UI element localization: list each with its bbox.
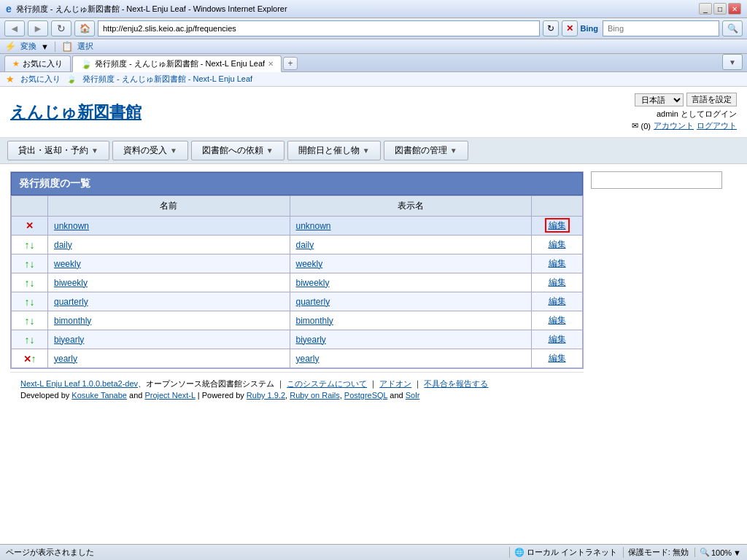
row-display-cell: bimonthly bbox=[290, 311, 532, 330]
main-content: 発行頻度の一覧 名前 表示名 ✕ unknownunknown編集 ↑↓dail… bbox=[0, 164, 747, 414]
page-header: えんじゅ新図書館 日本語 English 言語を設定 admin としてログイン… bbox=[0, 87, 747, 138]
edit-button[interactable]: 編集 bbox=[549, 239, 566, 249]
edit-button[interactable]: 編集 bbox=[549, 315, 566, 325]
ruby-link[interactable]: Ruby 1.9.2 bbox=[247, 391, 285, 400]
search-input[interactable] bbox=[603, 20, 719, 36]
edit-button[interactable]: 編集 bbox=[549, 277, 566, 287]
favorites-label[interactable]: お気に入り bbox=[20, 74, 61, 85]
edit-button[interactable]: 編集 bbox=[545, 218, 570, 233]
move-down-button[interactable]: ↓ bbox=[30, 277, 35, 289]
move-down-button[interactable]: ↓ bbox=[30, 239, 35, 251]
row-display-link[interactable]: quarterly bbox=[296, 297, 330, 307]
row-display-link[interactable]: yearly bbox=[296, 354, 320, 364]
move-up-button[interactable]: ↑ bbox=[25, 239, 30, 251]
move-up-button[interactable]: ↑ bbox=[25, 296, 30, 308]
tab-leaf-icon: 🍃 bbox=[80, 58, 92, 69]
row-actions: ↑↓ bbox=[12, 236, 48, 254]
tab-favorites[interactable]: ★ お気に入り bbox=[4, 55, 71, 71]
go-button[interactable]: ↻ bbox=[543, 20, 559, 36]
language-select[interactable]: 日本語 English bbox=[635, 93, 684, 106]
kosuke-link[interactable]: Kosuke Tanabe bbox=[71, 391, 127, 400]
row-display-link[interactable]: unknown bbox=[296, 221, 331, 231]
solr-link[interactable]: Solr bbox=[406, 391, 420, 400]
row-name-link[interactable]: weekly bbox=[54, 259, 81, 269]
row-display-link[interactable]: bimonthly bbox=[296, 316, 333, 326]
restore-button[interactable]: □ bbox=[713, 3, 727, 15]
nav-acquisition[interactable]: 資料の受入 ▼ bbox=[112, 141, 188, 160]
site-title[interactable]: えんじゅ新図書館 bbox=[10, 101, 142, 123]
tab-close-icon[interactable]: ✕ bbox=[268, 60, 274, 68]
postgresql-link[interactable]: PostgreSQL bbox=[344, 391, 388, 400]
search-input-box[interactable] bbox=[591, 171, 722, 189]
home-button[interactable]: 🏠 bbox=[74, 20, 95, 36]
row-name-link[interactable]: biweekly bbox=[54, 278, 88, 288]
col-display: 表示名 bbox=[290, 196, 532, 217]
addon-link[interactable]: アドオン bbox=[379, 379, 411, 388]
nav-lending-arrow: ▼ bbox=[91, 147, 98, 155]
minimize-button[interactable]: _ bbox=[699, 3, 712, 15]
close-button[interactable]: ✕ bbox=[728, 3, 741, 15]
stop-button[interactable]: ✕ bbox=[562, 20, 578, 36]
nav-management[interactable]: 図書館の管理 ▼ bbox=[384, 141, 468, 160]
move-down-button[interactable]: ↓ bbox=[30, 315, 35, 327]
set-language-button[interactable]: 言語を設定 bbox=[686, 93, 737, 106]
row-name-link[interactable]: biyearly bbox=[54, 335, 84, 345]
page-footer: Next-L Enju Leaf 1.0.0.beta2-dev、オープンソース… bbox=[10, 372, 584, 407]
row-name-link[interactable]: unknown bbox=[54, 221, 89, 231]
row-actions: ↑↓ bbox=[12, 330, 48, 349]
enju-leaf-link[interactable]: Next-L Enju Leaf 1.0.0.beta2-dev bbox=[20, 379, 138, 388]
fav-enju-link[interactable]: 発行頻度 - えんじゅ新図書館 - Next-L Enju Leaf bbox=[82, 74, 252, 85]
row-name-link[interactable]: yearly bbox=[54, 354, 77, 364]
move-up-button[interactable]: ↑ bbox=[25, 334, 30, 346]
row-display-link[interactable]: biweekly bbox=[296, 278, 330, 288]
row-display-link[interactable]: daily bbox=[296, 240, 314, 250]
edit-button[interactable]: 編集 bbox=[549, 334, 566, 344]
quick-tabs-button[interactable]: ▼ bbox=[722, 54, 743, 70]
nav-acquisition-arrow: ▼ bbox=[170, 147, 177, 155]
row-name-link[interactable]: bimonthly bbox=[54, 316, 91, 326]
table-row: ✕ unknownunknown編集 bbox=[12, 217, 583, 236]
move-up-button[interactable]: ↑ bbox=[31, 353, 36, 365]
row-name-link[interactable]: quarterly bbox=[54, 297, 88, 307]
move-up-button[interactable]: ↑ bbox=[25, 258, 30, 270]
search-icon[interactable]: 🔍 bbox=[722, 20, 743, 36]
account-link[interactable]: アカウント bbox=[654, 120, 694, 131]
address-input[interactable] bbox=[98, 20, 540, 36]
move-down-button[interactable]: ↓ bbox=[30, 334, 35, 346]
logout-link[interactable]: ログアウト bbox=[697, 120, 737, 131]
edit-button[interactable]: 編集 bbox=[549, 296, 566, 306]
frequency-table-container: 発行頻度の一覧 名前 表示名 ✕ unknownunknown編集 ↑↓dail… bbox=[10, 171, 584, 369]
nav-calendar[interactable]: 開館日と催し物 ▼ bbox=[287, 141, 381, 160]
row-display-link[interactable]: weekly bbox=[296, 259, 323, 269]
about-link[interactable]: このシステムについて bbox=[287, 379, 367, 388]
move-up-button[interactable]: ↑ bbox=[25, 277, 30, 289]
table-row: ↑↓biyearlybiyearly編集 bbox=[12, 330, 583, 349]
move-down-button[interactable]: ↓ bbox=[30, 258, 35, 270]
row-display-cell: weekly bbox=[290, 254, 532, 273]
nav-management-label: 図書館の管理 bbox=[395, 144, 447, 157]
edit-button[interactable]: 編集 bbox=[549, 353, 566, 363]
forward-button[interactable]: ► bbox=[28, 20, 48, 36]
project-nextl-link[interactable]: Project Next-L bbox=[144, 391, 195, 400]
row-display-link[interactable]: biyearly bbox=[296, 335, 326, 345]
delete-button[interactable]: ✕ bbox=[26, 220, 34, 231]
new-tab-button[interactable]: + bbox=[283, 57, 298, 70]
delete-button[interactable]: ✕ bbox=[23, 354, 31, 365]
col-actions bbox=[12, 196, 48, 217]
tab-main[interactable]: 🍃 発行頻度 - えんじゅ新図書館 - Next-L Enju Leaf ✕ bbox=[72, 55, 282, 72]
report-bug-link[interactable]: 不具合を報告する bbox=[424, 379, 488, 388]
move-up-button[interactable]: ↑ bbox=[25, 315, 30, 327]
rails-link[interactable]: Ruby on Rails bbox=[290, 391, 339, 400]
back-button[interactable]: ◄ bbox=[4, 20, 25, 36]
nav-menu: 貸出・返却・予約 ▼ 資料の受入 ▼ 図書館への依頼 ▼ 開館日と催し物 ▼ 図… bbox=[0, 138, 747, 164]
refresh-button[interactable]: ↻ bbox=[51, 20, 71, 36]
table-row: ↑↓bimonthlybimonthly編集 bbox=[12, 311, 583, 330]
edit-button[interactable]: 編集 bbox=[549, 258, 566, 268]
move-down-button[interactable]: ↓ bbox=[30, 296, 35, 308]
henkan-label[interactable]: 変換 bbox=[20, 41, 36, 52]
nav-lending[interactable]: 貸出・返却・予約 ▼ bbox=[7, 141, 109, 160]
row-name-cell: yearly bbox=[48, 349, 290, 368]
row-name-link[interactable]: daily bbox=[54, 240, 72, 250]
sentaku-label[interactable]: 選択 bbox=[77, 41, 93, 52]
nav-request[interactable]: 図書館への依頼 ▼ bbox=[191, 141, 285, 160]
